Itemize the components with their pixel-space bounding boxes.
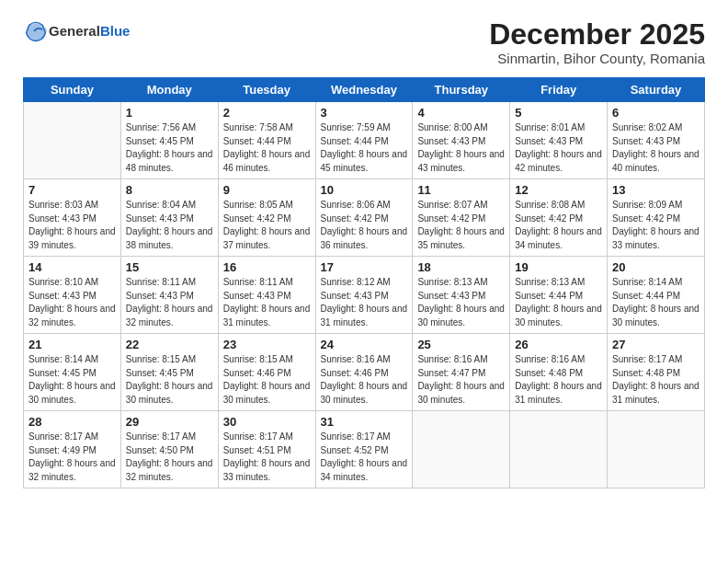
logo: GeneralBlue — [23, 18, 130, 44]
calendar-cell: 13Sunrise: 8:09 AMSunset: 4:42 PMDayligh… — [608, 179, 705, 257]
logo-blue: Blue — [100, 23, 131, 39]
calendar-week-row: 21Sunrise: 8:14 AMSunset: 4:45 PMDayligh… — [24, 334, 705, 411]
day-number: 9 — [223, 183, 311, 197]
day-number: 27 — [612, 338, 700, 351]
calendar-cell: 10Sunrise: 8:06 AMSunset: 4:42 PMDayligh… — [315, 179, 413, 257]
day-number: 22 — [126, 338, 213, 351]
weekday-header: Tuesday — [218, 78, 315, 102]
day-number: 1 — [126, 106, 213, 120]
day-info: Sunrise: 8:14 AMSunset: 4:45 PMDaylight:… — [28, 354, 116, 405]
calendar-table: SundayMondayTuesdayWednesdayThursdayFrid… — [23, 77, 705, 488]
day-info: Sunrise: 8:15 AMSunset: 4:46 PMDaylight:… — [223, 354, 311, 405]
day-number: 6 — [612, 106, 700, 120]
calendar-cell: 2Sunrise: 7:58 AMSunset: 4:44 PMDaylight… — [218, 102, 315, 179]
day-number: 21 — [28, 338, 116, 351]
logo-general: General — [49, 23, 100, 39]
day-number: 4 — [417, 106, 505, 120]
day-number: 15 — [126, 260, 213, 274]
day-info: Sunrise: 8:17 AMSunset: 4:51 PMDaylight:… — [223, 431, 311, 482]
day-info: Sunrise: 8:05 AMSunset: 4:42 PMDaylight:… — [223, 200, 311, 250]
day-info: Sunrise: 8:01 AMSunset: 4:43 PMDaylight:… — [515, 122, 602, 173]
day-number: 7 — [28, 183, 116, 197]
calendar-cell: 3Sunrise: 7:59 AMSunset: 4:44 PMDaylight… — [315, 102, 413, 179]
day-number: 8 — [126, 183, 213, 197]
calendar-cell — [413, 411, 510, 488]
calendar-cell — [510, 411, 608, 488]
day-info: Sunrise: 8:13 AMSunset: 4:43 PMDaylight:… — [417, 277, 505, 327]
calendar-cell: 22Sunrise: 8:15 AMSunset: 4:45 PMDayligh… — [120, 334, 218, 411]
day-info: Sunrise: 8:17 AMSunset: 4:52 PMDaylight:… — [321, 431, 408, 482]
calendar-cell: 6Sunrise: 8:02 AMSunset: 4:43 PMDaylight… — [608, 102, 705, 179]
day-number: 2 — [223, 106, 311, 120]
weekday-header: Thursday — [413, 78, 510, 102]
day-number: 25 — [417, 338, 505, 351]
calendar-cell: 18Sunrise: 8:13 AMSunset: 4:43 PMDayligh… — [413, 257, 510, 334]
day-number: 19 — [515, 260, 602, 274]
weekday-header: Saturday — [608, 78, 705, 102]
day-info: Sunrise: 7:56 AMSunset: 4:45 PMDaylight:… — [126, 122, 213, 173]
day-number: 30 — [223, 415, 311, 429]
calendar-cell: 17Sunrise: 8:12 AMSunset: 4:43 PMDayligh… — [315, 257, 413, 334]
day-info: Sunrise: 8:11 AMSunset: 4:43 PMDaylight:… — [223, 277, 311, 327]
weekday-header: Monday — [120, 78, 218, 102]
month-title: December 2025 — [489, 18, 705, 51]
weekday-header: Friday — [510, 78, 608, 102]
calendar-week-row: 7Sunrise: 8:03 AMSunset: 4:43 PMDaylight… — [24, 179, 705, 257]
calendar-cell: 7Sunrise: 8:03 AMSunset: 4:43 PMDaylight… — [24, 179, 121, 257]
day-info: Sunrise: 7:58 AMSunset: 4:44 PMDaylight:… — [223, 122, 311, 173]
calendar-cell: 26Sunrise: 8:16 AMSunset: 4:48 PMDayligh… — [510, 334, 608, 411]
weekday-header: Sunday — [24, 78, 121, 102]
location-title: Sinmartin, Bihor County, Romania — [489, 51, 705, 66]
calendar-cell: 31Sunrise: 8:17 AMSunset: 4:52 PMDayligh… — [315, 411, 413, 488]
calendar-cell: 25Sunrise: 8:16 AMSunset: 4:47 PMDayligh… — [413, 334, 510, 411]
day-info: Sunrise: 8:04 AMSunset: 4:43 PMDaylight:… — [126, 200, 213, 250]
day-number: 3 — [321, 106, 408, 120]
day-info: Sunrise: 8:15 AMSunset: 4:45 PMDaylight:… — [126, 354, 213, 405]
day-number: 28 — [28, 415, 116, 429]
day-info: Sunrise: 8:08 AMSunset: 4:42 PMDaylight:… — [515, 200, 602, 250]
day-info: Sunrise: 8:14 AMSunset: 4:44 PMDaylight:… — [612, 277, 700, 327]
header: GeneralBlue December 2025 Sinmartin, Bih… — [23, 18, 705, 66]
calendar-week-row: 1Sunrise: 7:56 AMSunset: 4:45 PMDaylight… — [24, 102, 705, 179]
calendar-cell: 30Sunrise: 8:17 AMSunset: 4:51 PMDayligh… — [218, 411, 315, 488]
calendar-cell: 4Sunrise: 8:00 AMSunset: 4:43 PMDaylight… — [413, 102, 510, 179]
day-info: Sunrise: 8:16 AMSunset: 4:47 PMDaylight:… — [417, 354, 505, 405]
generalblue-icon — [23, 18, 49, 44]
day-info: Sunrise: 8:06 AMSunset: 4:42 PMDaylight:… — [321, 200, 408, 250]
day-number: 31 — [321, 415, 408, 429]
day-info: Sunrise: 8:12 AMSunset: 4:43 PMDaylight:… — [321, 277, 408, 327]
day-info: Sunrise: 8:17 AMSunset: 4:50 PMDaylight:… — [126, 431, 213, 482]
weekday-header-row: SundayMondayTuesdayWednesdayThursdayFrid… — [24, 78, 705, 102]
day-number: 11 — [417, 183, 505, 197]
day-number: 20 — [612, 260, 700, 274]
calendar-cell: 21Sunrise: 8:14 AMSunset: 4:45 PMDayligh… — [24, 334, 121, 411]
day-number: 13 — [612, 183, 700, 197]
day-info: Sunrise: 7:59 AMSunset: 4:44 PMDaylight:… — [321, 122, 408, 173]
day-info: Sunrise: 8:02 AMSunset: 4:43 PMDaylight:… — [612, 122, 700, 173]
day-number: 14 — [28, 260, 116, 274]
calendar-cell: 27Sunrise: 8:17 AMSunset: 4:48 PMDayligh… — [608, 334, 705, 411]
weekday-header: Wednesday — [315, 78, 413, 102]
day-info: Sunrise: 8:10 AMSunset: 4:43 PMDaylight:… — [28, 277, 116, 327]
day-number: 29 — [126, 415, 213, 429]
calendar-cell: 24Sunrise: 8:16 AMSunset: 4:46 PMDayligh… — [315, 334, 413, 411]
day-number: 10 — [321, 183, 408, 197]
day-info: Sunrise: 8:00 AMSunset: 4:43 PMDaylight:… — [417, 122, 505, 173]
calendar-cell: 19Sunrise: 8:13 AMSunset: 4:44 PMDayligh… — [510, 257, 608, 334]
day-number: 23 — [223, 338, 311, 351]
calendar-cell: 14Sunrise: 8:10 AMSunset: 4:43 PMDayligh… — [24, 257, 121, 334]
day-number: 16 — [223, 260, 311, 274]
calendar-week-row: 14Sunrise: 8:10 AMSunset: 4:43 PMDayligh… — [24, 257, 705, 334]
day-info: Sunrise: 8:11 AMSunset: 4:43 PMDaylight:… — [126, 277, 213, 327]
day-info: Sunrise: 8:17 AMSunset: 4:49 PMDaylight:… — [28, 431, 116, 482]
day-info: Sunrise: 8:16 AMSunset: 4:48 PMDaylight:… — [515, 354, 602, 405]
calendar-cell — [24, 102, 121, 179]
calendar-cell — [608, 411, 705, 488]
day-number: 17 — [321, 260, 408, 274]
calendar-week-row: 28Sunrise: 8:17 AMSunset: 4:49 PMDayligh… — [24, 411, 705, 488]
day-number: 5 — [515, 106, 602, 120]
day-number: 24 — [321, 338, 408, 351]
day-number: 26 — [515, 338, 602, 351]
calendar-cell: 29Sunrise: 8:17 AMSunset: 4:50 PMDayligh… — [120, 411, 218, 488]
calendar-cell: 1Sunrise: 7:56 AMSunset: 4:45 PMDaylight… — [120, 102, 218, 179]
